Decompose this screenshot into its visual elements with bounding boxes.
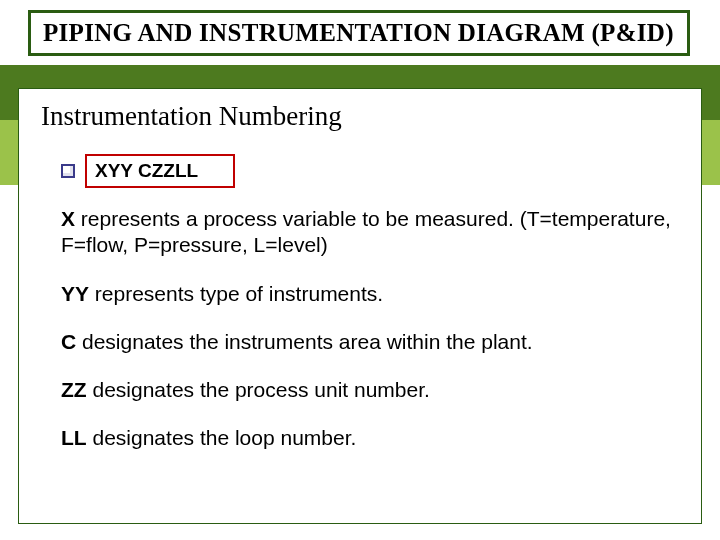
- code-format-box: XYY CZZLL: [85, 154, 235, 188]
- code-format-text: XYY CZZLL: [95, 160, 198, 182]
- square-bullet-icon: [61, 164, 75, 178]
- content-box: Instrumentation Numbering XYY CZZLL X re…: [18, 88, 702, 524]
- text-zz: designates the process unit number.: [87, 378, 430, 401]
- term-zz: ZZ: [61, 378, 87, 401]
- term-ll: LL: [61, 426, 87, 449]
- text-c: designates the instruments area within t…: [76, 330, 532, 353]
- text-x: represents a process variable to be meas…: [61, 207, 671, 256]
- section-title: Instrumentation Numbering: [41, 101, 679, 132]
- definition-line-zz: ZZ designates the process unit number.: [61, 377, 679, 403]
- definition-line-ll: LL designates the loop number.: [61, 425, 679, 451]
- slide: PIPING AND INSTRUMENTATION DIAGRAM (P&ID…: [0, 0, 720, 540]
- code-format-row: XYY CZZLL: [61, 154, 679, 188]
- definition-line-yy: YY represents type of instruments.: [61, 281, 679, 307]
- term-c: C: [61, 330, 76, 353]
- definition-line-x: X represents a process variable to be me…: [61, 206, 679, 259]
- text-yy: represents type of instruments.: [89, 282, 383, 305]
- slide-title: PIPING AND INSTRUMENTATION DIAGRAM (P&ID…: [43, 19, 675, 47]
- title-box: PIPING AND INSTRUMENTATION DIAGRAM (P&ID…: [28, 10, 690, 56]
- text-ll: designates the loop number.: [87, 426, 357, 449]
- term-yy: YY: [61, 282, 89, 305]
- definition-line-c: C designates the instruments area within…: [61, 329, 679, 355]
- term-x: X: [61, 207, 75, 230]
